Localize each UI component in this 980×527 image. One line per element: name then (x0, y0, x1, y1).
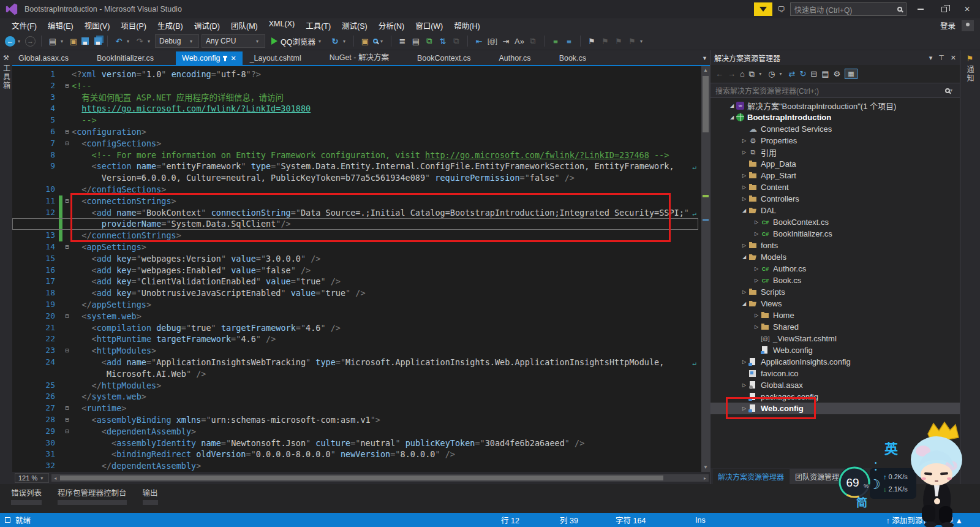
expanded-arrow-icon[interactable]: ◢ (728, 115, 736, 120)
format-selection-icon[interactable]: A» (514, 37, 525, 46)
menu-item[interactable]: 生成(B) (152, 20, 189, 31)
fold-marker[interactable]: ⊟ (62, 345, 72, 357)
collapsed-arrow-icon[interactable]: ▷ (740, 173, 748, 178)
expanded-arrow-icon[interactable]: ◢ (740, 208, 748, 213)
open-file-icon[interactable]: ▣ (68, 37, 79, 46)
tree-item[interactable]: ▷C#BookInitializer.cs (710, 228, 960, 240)
tree-item[interactable]: ◢Models (710, 251, 960, 263)
horizontal-scrollbar-thumb[interactable] (60, 476, 663, 480)
tree-item[interactable]: ▷Shared (710, 321, 960, 333)
expanded-arrow-icon[interactable]: ◢ (740, 301, 748, 306)
collapsed-arrow-icon[interactable]: ▷ (752, 324, 761, 330)
tree-item[interactable]: [@]_ViewStart.cshtml (710, 333, 960, 344)
explorer-refresh-icon[interactable]: ↻ (799, 69, 806, 78)
document-tab[interactable]: _Layout.cshtml (244, 51, 307, 65)
navigate-back-caret[interactable]: ▾ (18, 39, 23, 44)
tree-item[interactable]: ▷Content (710, 181, 960, 193)
explorer-bottom-tab[interactable]: 解决方案资源管理器 (713, 469, 789, 484)
switch-views-icon[interactable]: ⧉ (749, 69, 755, 79)
collapsed-arrow-icon[interactable]: ▷ (752, 266, 761, 271)
format-document-icon[interactable]: [@] (487, 38, 498, 45)
document-tab[interactable]: Book.cs (553, 51, 592, 65)
document-tab[interactable]: Web.config✕ (176, 51, 243, 65)
show-all-files-button[interactable]: ▦ (845, 69, 857, 79)
tree-item[interactable]: ▷Global.asax (710, 379, 960, 391)
start-xslt-debugging-icon[interactable]: ⇅ (437, 37, 448, 46)
editor-zoom-dropdown[interactable]: 121 %▾ (15, 473, 49, 483)
home-icon[interactable]: ⌂ (740, 69, 745, 78)
document-tab[interactable]: NuGet - 解决方案 (323, 48, 395, 65)
scroll-left-arrow[interactable]: ◂ (51, 476, 59, 481)
document-tab[interactable]: BookInitializer.cs (91, 51, 160, 65)
fold-marker[interactable]: ⊟ (62, 426, 72, 438)
menu-item[interactable]: 编辑(E) (42, 20, 79, 31)
menu-item[interactable]: 调试(D) (189, 20, 225, 31)
fold-marker[interactable]: ⊟ (62, 403, 72, 414)
filter-caret[interactable]: ▾ (780, 71, 785, 77)
navigate-back-icon[interactable]: ← (5, 36, 15, 47)
collapsed-arrow-icon[interactable]: ▷ (740, 289, 748, 295)
panel-close-icon[interactable]: ✕ (951, 54, 956, 62)
tab-close-icon[interactable]: ✕ (230, 55, 236, 63)
find-icon[interactable] (373, 39, 378, 44)
menu-item[interactable]: 窗口(W) (410, 20, 448, 31)
tree-item[interactable]: ▷App_Start (710, 170, 960, 181)
notifications-vertical-tab[interactable]: ⚑ 通知 (960, 50, 979, 83)
collapsed-arrow-icon[interactable]: ▷ (752, 278, 761, 283)
tree-item[interactable]: ◢Views (710, 298, 960, 309)
menu-item[interactable]: 团队(M) (225, 20, 263, 31)
pin-icon[interactable] (224, 56, 226, 61)
collapsed-arrow-icon[interactable]: ▷ (740, 382, 748, 388)
bookmark-icon[interactable]: ⚑ (586, 37, 597, 46)
horizontal-scrollbar[interactable]: ◂ ▸ (51, 474, 709, 482)
next-bookmark-icon[interactable]: ⚑ (613, 37, 624, 46)
tree-item[interactable]: Web.config (710, 344, 960, 356)
tree-item[interactable]: ▷Scripts (710, 286, 960, 298)
collapsed-arrow-icon[interactable]: ▷ (740, 138, 748, 143)
redo-icon[interactable]: ↷ (134, 37, 145, 46)
redo-caret[interactable]: ▾ (148, 39, 153, 44)
pending-changes-filter-icon[interactable]: ◷ (768, 69, 775, 78)
uncomment-lines-icon[interactable]: ≡ (564, 37, 575, 46)
fold-marker[interactable]: ⊟ (62, 126, 72, 138)
toolbox-vertical-tab[interactable]: ⚒ 工具箱 (0, 50, 12, 90)
scroll-down-arrow[interactable]: ▼ (703, 463, 708, 472)
undo-caret[interactable]: ▾ (127, 39, 132, 44)
expanded-arrow-icon[interactable]: ◢ (728, 103, 736, 108)
menu-item[interactable]: 视图(V) (79, 20, 116, 31)
collapsed-arrow-icon[interactable]: ▷ (752, 231, 761, 237)
collapse-all-icon[interactable]: ⊟ (810, 69, 817, 78)
save-all-icon[interactable] (94, 37, 102, 45)
tree-item[interactable]: ◢BootstrapIntroduction (710, 112, 960, 123)
show-xslt-output-icon[interactable]: ⧉ (424, 36, 435, 46)
new-file-icon[interactable]: ▤ (47, 37, 58, 46)
vertical-scrollbar[interactable]: ▲ ▼ (701, 66, 710, 472)
collapsed-arrow-icon[interactable]: ▷ (752, 313, 761, 318)
previous-bookmark-icon[interactable]: ⚑ (600, 37, 611, 46)
tree-item[interactable]: ▷⚙Properties (710, 135, 960, 146)
sign-in-link[interactable]: 登录 (940, 20, 956, 31)
bottom-panel-tab[interactable]: 错误列表 (11, 487, 42, 513)
new-file-caret[interactable]: ▾ (61, 39, 66, 44)
tree-item[interactable]: App_Data (710, 158, 960, 170)
collapsed-arrow-icon[interactable]: ▷ (740, 184, 748, 190)
attach-process-icon[interactable]: ▣ (360, 37, 371, 46)
feedback-icon[interactable]: 🗨 (777, 5, 785, 14)
document-tab[interactable]: Global.asax.cs (12, 51, 75, 65)
clear-bookmarks-icon[interactable]: ⚑ (627, 37, 638, 46)
tree-item[interactable]: ◢∞解决方案"BootstrapIntroduction"(1 个项目) (710, 100, 960, 112)
copy-icon[interactable]: ⧉ (527, 36, 538, 46)
panel-options-caret[interactable]: ▾ (929, 54, 933, 62)
find-caret[interactable]: ▾ (380, 39, 385, 44)
avatar[interactable] (962, 20, 974, 31)
bottom-panel-tab[interactable]: 输出 (143, 487, 158, 513)
menu-item[interactable]: 测试(S) (336, 20, 373, 31)
scroll-up-arrow[interactable]: ▲ (703, 66, 708, 75)
collapsed-arrow-icon[interactable]: ▷ (752, 219, 761, 225)
save-icon[interactable] (81, 37, 89, 45)
minimize-button[interactable] (911, 2, 930, 16)
solution-configuration-dropdown[interactable]: Debug▾ (155, 34, 199, 48)
tree-item[interactable]: ▷ApplicationInsights.config (710, 356, 960, 368)
document-outline-icon[interactable]: ≣ (397, 37, 408, 46)
fold-marker[interactable]: ⊟ (62, 414, 72, 426)
